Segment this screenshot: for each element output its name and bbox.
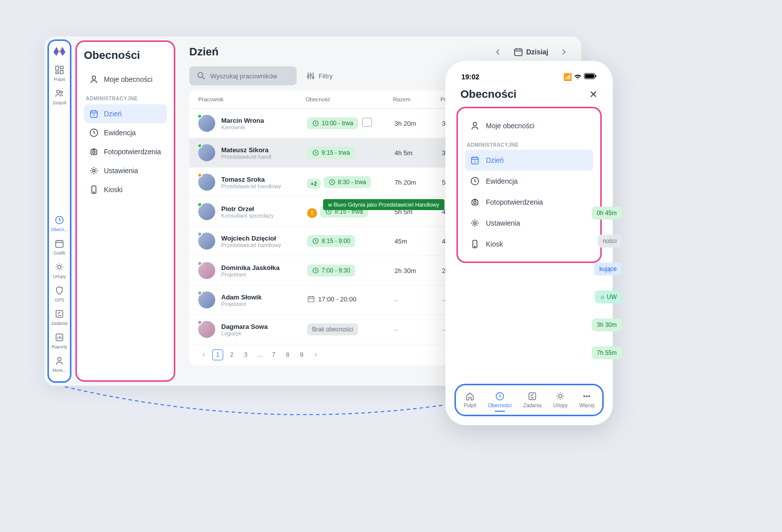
svg-point-50 — [589, 396, 590, 397]
sidebar-item-1[interactable]: Ewidencja — [84, 123, 167, 142]
menu-icon — [89, 147, 99, 157]
svg-text:8: 8 — [474, 160, 476, 163]
avatar — [198, 174, 215, 191]
today-button[interactable]: Dzisiaj — [513, 47, 548, 57]
avatar — [198, 203, 215, 220]
svg-rect-46 — [529, 393, 535, 399]
nav-more[interactable]: More... — [49, 353, 70, 375]
page-2[interactable]: 2 — [226, 349, 237, 360]
page-next[interactable] — [310, 349, 321, 360]
filters-button[interactable]: Filtry — [306, 71, 333, 81]
wifi-icon — [574, 73, 582, 81]
phone-title: Obecności — [460, 88, 516, 101]
filter-icon — [306, 71, 316, 81]
menu-icon — [470, 239, 480, 249]
svg-point-42 — [474, 222, 476, 225]
phone-menu-item-4[interactable]: Kiosk — [465, 234, 593, 255]
svg-rect-9 — [56, 310, 62, 317]
page-prev[interactable] — [198, 349, 209, 360]
side-chip: 0h 45m — [592, 207, 622, 220]
svg-point-23 — [307, 76, 309, 77]
phone-menu: Moje obecności ADMINISTRACYJNE 8DzieńEwi… — [456, 107, 602, 263]
nav-zespol[interactable]: Zespół — [49, 85, 70, 108]
nav-urlopy[interactable]: Urlopy — [49, 259, 70, 281]
search-input[interactable]: Wyszukaj pracowników — [189, 66, 297, 85]
svg-point-47 — [559, 395, 562, 398]
svg-rect-35 — [595, 75, 596, 77]
calendar-icon — [513, 47, 523, 57]
menu-icon — [89, 128, 99, 138]
menu-icon — [89, 166, 99, 176]
user-icon — [89, 74, 99, 84]
search-icon — [196, 71, 206, 81]
side-chips: 0h 45mnościkujące☼ UW3h 30m7h 55m — [592, 207, 622, 359]
phone-menu-item-0[interactable]: 8Dzień — [465, 150, 593, 171]
sidebar-item-2[interactable]: Fotopotwierdzenia — [84, 142, 167, 161]
pm-my-presence[interactable]: Moje obecności — [465, 115, 593, 136]
avatar — [198, 321, 215, 338]
signal-icon: 📶 — [563, 73, 572, 81]
page-3[interactable]: 3 — [240, 349, 251, 360]
sidebar-item-4[interactable]: Kioski — [84, 180, 167, 199]
app-logo — [53, 47, 65, 56]
svg-text:8: 8 — [93, 113, 95, 117]
menu-icon — [470, 197, 480, 207]
svg-rect-16 — [91, 150, 97, 155]
svg-point-8 — [58, 266, 61, 269]
phone-menu-item-2[interactable]: Fotopotwierdzenia — [465, 192, 593, 213]
svg-point-36 — [473, 122, 477, 126]
svg-point-18 — [93, 170, 95, 172]
menu-my-presence[interactable]: Moje obecności — [84, 70, 167, 89]
clock-icon — [54, 215, 65, 226]
prev-arrow[interactable] — [490, 44, 505, 59]
nav-zadania[interactable]: Zadania — [49, 306, 70, 328]
nav-obecnosci[interactable]: Obecn... — [49, 212, 70, 235]
team-icon — [54, 88, 65, 99]
tab-zadania[interactable]: Zadania — [521, 390, 543, 413]
sidebar-item-0[interactable]: 8Dzień — [84, 104, 167, 123]
svg-point-11 — [58, 357, 61, 361]
svg-rect-3 — [56, 72, 59, 73]
tab-pulpit[interactable]: Pulpit — [462, 390, 478, 413]
nav-gps[interactable]: GPS — [49, 282, 70, 305]
tab-urlopy[interactable]: Urlopy — [551, 390, 570, 413]
page-7[interactable]: 7 — [268, 349, 279, 360]
svg-rect-2 — [60, 70, 63, 74]
svg-point-25 — [312, 77, 314, 78]
tab-obecności[interactable]: Obecności — [486, 390, 513, 413]
menu-icon — [470, 218, 480, 228]
phone-menu-item-3[interactable]: Ustawienia — [465, 213, 593, 234]
nav-raporty[interactable]: Raporty — [49, 329, 70, 352]
checklist-icon — [54, 308, 65, 319]
page-…: … — [254, 349, 265, 360]
svg-point-44 — [474, 246, 475, 247]
page-1[interactable]: 1 — [212, 349, 223, 360]
svg-point-4 — [57, 90, 60, 93]
sidebar-item-3[interactable]: Ustawienia — [84, 161, 167, 180]
tab-icon — [465, 391, 475, 401]
phone-menu-item-1[interactable]: Ewidencja — [465, 171, 593, 192]
page-8[interactable]: 8 — [282, 349, 293, 360]
page-9[interactable]: 9 — [296, 349, 307, 360]
calendar-icon — [54, 238, 65, 249]
nav-grafik[interactable]: Grafik — [49, 236, 70, 258]
svg-rect-0 — [56, 66, 59, 70]
svg-point-49 — [586, 396, 588, 397]
avatar — [198, 115, 215, 132]
nav-pulpit[interactable]: Pulpit — [49, 62, 70, 84]
svg-rect-1 — [60, 66, 63, 69]
svg-point-41 — [474, 201, 476, 204]
close-button[interactable]: ✕ — [589, 88, 598, 100]
next-arrow[interactable] — [556, 44, 571, 59]
avatar — [198, 233, 215, 250]
phone-tabbar: PulpitObecnościZadaniaUrlopyWięcej — [454, 384, 604, 416]
side-chip: 3h 30m — [592, 318, 622, 331]
svg-point-12 — [92, 76, 96, 79]
tab-icon — [527, 391, 537, 401]
avatar — [198, 291, 215, 308]
shield-icon — [54, 285, 65, 296]
tab-icon — [582, 391, 592, 401]
svg-rect-40 — [472, 200, 478, 205]
side-chip: ☼ UW — [595, 290, 622, 303]
tab-więcej[interactable]: Więcej — [577, 390, 596, 413]
